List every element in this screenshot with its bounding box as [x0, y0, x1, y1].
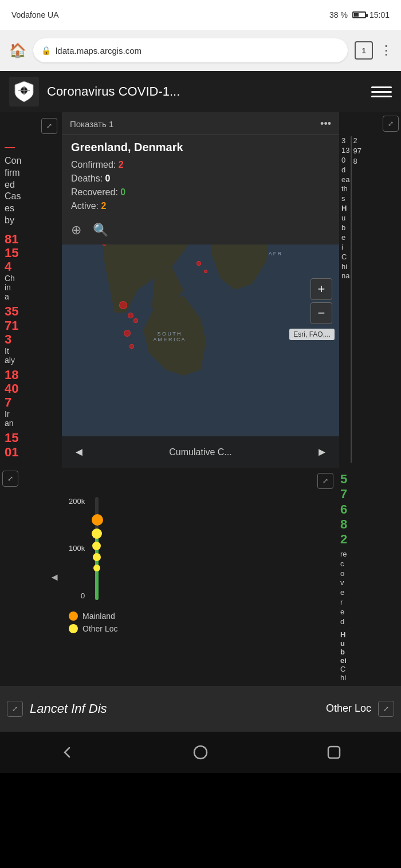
svg-point-10 — [194, 746, 207, 759]
deaths-value: 0 — [105, 173, 111, 183]
scale-100k: 100k — [69, 544, 85, 553]
yellow-dot-4 — [93, 565, 100, 571]
confirmed-value: 2 — [119, 160, 124, 169]
right-green-panel: 57682 recovered Hubei Chi — [338, 468, 401, 686]
battery-icon — [352, 11, 366, 18]
zoom-in-button[interactable]: + — [310, 278, 332, 300]
popup-confirmed: Confirmed: 2 — [71, 160, 330, 170]
orange-dot-marker — [92, 514, 103, 526]
popup-card: Показать 1 ••• Greenland, Denmark Confir… — [62, 112, 339, 244]
esri-credit: Esri, FAO,... — [289, 329, 335, 340]
iran-number-2: 40 — [5, 382, 57, 396]
recovered-value: 0 — [120, 187, 125, 197]
popup-dots-button[interactable]: ••• — [320, 118, 331, 130]
zoom-out-button[interactable]: − — [310, 302, 332, 324]
chart-panel: ⤢ 200k 100k 0 — [62, 468, 338, 686]
recents-square-icon — [326, 744, 342, 760]
left-panel: ⤢ — ConfirmedCasesby 81 15 4 China 35 71… — [0, 112, 62, 468]
mainland-legend-label: Mainland — [82, 611, 115, 621]
deaths-number-2: 13 — [341, 146, 349, 156]
recovered-label-vert: recovered — [340, 550, 399, 627]
left-panel-expand-button[interactable]: ⤢ — [41, 118, 57, 134]
hamburger-menu[interactable] — [371, 81, 392, 102]
home-circle-icon — [192, 744, 209, 760]
recovered-number-1: 2 — [353, 136, 361, 146]
extra-number-2: 01 — [5, 445, 57, 459]
chi-label: Chi — [340, 665, 399, 682]
nav-recents-button[interactable] — [320, 739, 348, 766]
nav-back-button[interactable] — [53, 739, 81, 766]
divider — [351, 136, 352, 463]
status-bar: Vodafone UA 38 % 15:01 — [0, 0, 401, 30]
right-panel-expand-1[interactable]: ⤢ — [383, 116, 399, 132]
hamburger-line-3 — [371, 96, 392, 97]
pan-button[interactable]: ⊕ — [71, 223, 81, 238]
china-na: na — [341, 271, 349, 281]
bubble-africa-1 — [196, 261, 201, 266]
recovered-number-2: 97 — [353, 147, 361, 156]
mainland-legend-item: Mainland — [69, 611, 331, 621]
italy-number-3: 3 — [5, 333, 57, 346]
china-number-3: 4 — [5, 260, 57, 274]
nav-home-button[interactable] — [187, 739, 214, 766]
china-stat: 81 15 4 China — [5, 232, 57, 302]
app-logo — [9, 77, 39, 106]
active-value: 2 — [101, 201, 106, 211]
confirmed-cases-label: ConfirmedCasesby — [5, 155, 57, 227]
popup-active: Active: 2 — [71, 201, 330, 211]
hubei-label-2: Hubei — [340, 630, 399, 665]
left-second-expand[interactable]: ⤢ — [2, 471, 18, 487]
popup-header: Показать 1 ••• — [62, 112, 339, 135]
hamburger-line-1 — [371, 86, 392, 88]
svg-rect-11 — [328, 747, 340, 758]
popup-country: Greenland, Denmark — [71, 141, 330, 154]
url-bar[interactable]: 🔒 ldata.maps.arcgis.com — [33, 38, 348, 62]
italy-number-2: 71 — [5, 319, 57, 333]
china-hi: hi — [341, 262, 349, 272]
extra-stat: 15 01 — [5, 431, 57, 459]
zoom-button[interactable]: 🔍 — [93, 223, 108, 238]
other-loc-text: Other Loc — [326, 703, 371, 715]
deaths-letter-t: th — [341, 184, 349, 194]
lancet-title: Lancet Inf Dis — [30, 701, 313, 716]
browser-menu-button[interactable]: ⋮ — [380, 43, 392, 58]
lancet-right-expand-button[interactable]: ⤢ — [378, 701, 394, 717]
hubei-b: b — [341, 223, 349, 233]
nav-bar — [0, 732, 401, 773]
back-icon — [59, 744, 75, 760]
deaths-label: Deaths: — [71, 173, 103, 183]
bubble-sam-3 — [133, 318, 138, 323]
popup-show-label: Показать 1 — [70, 119, 113, 129]
carrier-info: Vodafone UA — [11, 10, 59, 19]
time-display: 15:01 — [369, 10, 390, 19]
yellow-dot-2 — [92, 542, 101, 550]
lancet-expand-button[interactable]: ⤢ — [7, 701, 23, 717]
tab-count-button[interactable]: 1 — [355, 41, 373, 60]
iran-number: 18 — [5, 368, 57, 382]
scale-labels: 200k 100k 0 — [69, 497, 85, 600]
popup-recovered: Recovered: 0 — [71, 187, 330, 198]
map-wrapper: ⤢ — ConfirmedCasesby 81 15 4 China 35 71… — [0, 112, 401, 468]
chart-expand-button[interactable]: ⤢ — [317, 473, 333, 489]
hamburger-line-2 — [371, 91, 392, 93]
status-right: 38 % 15:01 — [329, 10, 390, 19]
china-c: C — [341, 252, 349, 262]
map-bottom-bar: ◄ Cumulative C... ► — [62, 436, 339, 468]
scale-200k: 200k — [69, 497, 85, 506]
prev-map-button[interactable]: ◄ — [69, 443, 89, 461]
deaths-letter-s: s — [341, 194, 349, 204]
svg-text:A M E R I C A: A M E R I C A — [153, 337, 184, 342]
back-panel-button[interactable]: ◄ — [49, 571, 60, 583]
map-area[interactable]: Показать 1 ••• Greenland, Denmark Confir… — [62, 112, 339, 468]
svg-text:A F R: A F R — [269, 251, 282, 257]
other-loc-legend-label: Other Loc — [82, 624, 117, 633]
next-map-button[interactable]: ► — [312, 443, 332, 461]
recovered-label: Recovered: — [71, 187, 118, 197]
legend-area: Mainland Other Loc — [69, 611, 331, 633]
other-loc-legend-dot — [69, 624, 78, 633]
left-panel-second: ⤢ ◄ — [0, 468, 62, 686]
iran-stat: 18 40 7 Iran — [5, 368, 57, 428]
map-title: Cumulative C... — [169, 447, 231, 457]
active-label: Active: — [71, 201, 99, 211]
home-button[interactable]: 🏠 — [9, 42, 26, 58]
